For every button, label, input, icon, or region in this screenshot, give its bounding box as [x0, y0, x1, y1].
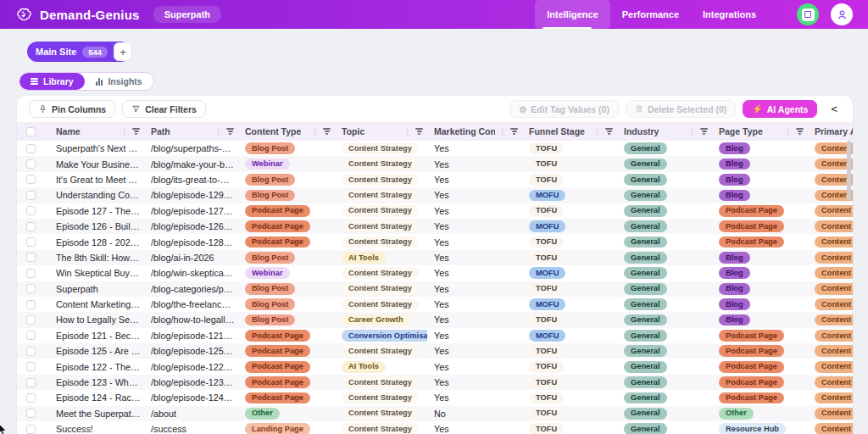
column-header-name[interactable]: Name⋮ — [49, 122, 144, 141]
column-filter-icon[interactable] — [132, 128, 140, 134]
tag-pill[interactable]: Content Strategy — [342, 159, 419, 170]
tag-pill[interactable]: Content Marketer — [815, 361, 853, 373]
tag-pill[interactable]: TOFU — [529, 376, 564, 388]
row-checkbox[interactable] — [26, 144, 36, 153]
tag-pill[interactable]: Content Strategy — [342, 376, 419, 388]
table-row[interactable]: Episode 128 - 2026 Cont.../blog/episode-… — [17, 234, 853, 249]
tag-pill[interactable]: Blog — [719, 298, 750, 310]
tag-pill[interactable]: General — [624, 423, 667, 434]
table-row[interactable]: The 8th Skill: How Conte.../blog/ai-in-2… — [17, 250, 853, 265]
tag-pill[interactable]: General — [624, 252, 667, 264]
row-checkbox[interactable] — [26, 175, 36, 184]
tag-pill[interactable]: Content Strategy — [342, 205, 419, 217]
tag-pill[interactable]: Podcast Page — [245, 345, 310, 357]
tag-pill[interactable]: Content Marketer — [815, 236, 853, 248]
tag-pill[interactable]: Blog Post — [245, 283, 295, 295]
row-checkbox[interactable] — [26, 191, 36, 200]
tag-pill[interactable]: Content Marketer — [815, 314, 853, 326]
tag-pill[interactable]: Content Strategy — [342, 190, 419, 202]
pin-columns-button[interactable]: Pin Columns — [29, 100, 115, 118]
tag-pill[interactable]: Content Strategy — [342, 345, 419, 357]
tag-pill[interactable]: Content Strategy — [342, 142, 419, 154]
tag-pill[interactable]: TOFU — [529, 142, 564, 154]
tag-pill[interactable]: MOFU — [529, 330, 565, 342]
table-row[interactable]: It's Great to Meet You/blog/its-great-to… — [17, 172, 853, 187]
column-header-primary-audience[interactable]: Primary Audience⋮ — [808, 122, 853, 141]
tag-pill[interactable]: Content Marketer — [815, 392, 853, 404]
tag-pill[interactable]: Podcast Page — [245, 220, 310, 232]
tag-pill[interactable]: Blog Post — [245, 252, 295, 264]
tag-pill[interactable]: Podcast Page — [245, 330, 310, 342]
tag-pill[interactable]: Content Strategy — [342, 236, 419, 248]
tag-pill[interactable]: General — [624, 314, 667, 326]
row-checkbox[interactable] — [26, 206, 36, 215]
column-header-page-type[interactable]: Page Type⋮ — [712, 122, 808, 141]
tag-pill[interactable]: MOFU — [529, 190, 565, 202]
tag-pill[interactable]: TOFU — [529, 283, 564, 295]
tag-pill[interactable]: General — [624, 267, 667, 279]
tag-pill[interactable]: Podcast Page — [719, 361, 784, 373]
column-menu-kebab-icon[interactable]: ⋮ — [688, 127, 696, 136]
tag-pill[interactable]: General — [624, 236, 667, 248]
collapse-panel-button[interactable]: < — [824, 103, 841, 115]
tag-pill[interactable]: Podcast Page — [245, 236, 310, 248]
table-row[interactable]: Episode 126 - Building B.../blog/episode… — [17, 219, 853, 234]
row-checkbox[interactable] — [26, 127, 36, 136]
table-row[interactable]: Understanding Content .../blog/episode-1… — [17, 187, 853, 203]
toggle-insights[interactable]: Insights — [85, 73, 153, 90]
table-row[interactable]: Superpath's Next Chapter/blog/superpaths… — [17, 141, 853, 156]
tag-pill[interactable]: Podcast Page — [719, 392, 784, 404]
tag-pill[interactable]: Blog Post — [245, 142, 295, 154]
add-site-button[interactable]: + — [114, 42, 132, 61]
tag-pill[interactable]: Other — [719, 408, 754, 420]
column-menu-kebab-icon[interactable]: ⋮ — [214, 127, 222, 136]
tag-pill[interactable]: Content Strategy — [342, 283, 419, 295]
tag-pill[interactable]: Podcast Page — [245, 376, 310, 388]
table-row[interactable]: Content Marketing Strat.../blog/the-free… — [17, 297, 853, 312]
tag-pill[interactable]: Content Marketer — [815, 283, 853, 295]
column-header-path[interactable]: Path⋮ — [144, 122, 238, 141]
tag-pill[interactable]: MOFU — [529, 220, 565, 232]
column-menu-kebab-icon[interactable]: ⋮ — [593, 127, 601, 136]
column-filter-icon[interactable] — [415, 128, 423, 134]
tag-pill[interactable]: Resource Hub — [719, 423, 786, 434]
tag-pill[interactable]: Content Marketer — [815, 330, 853, 342]
tag-pill[interactable]: AI Tools — [342, 361, 386, 373]
tag-pill[interactable]: Podcast Page — [245, 361, 310, 373]
tag-pill[interactable]: Content Strategy — [342, 220, 419, 232]
column-header-industry[interactable]: Industry⋮ — [617, 122, 712, 141]
tag-pill[interactable]: Blog — [719, 314, 750, 326]
tag-pill[interactable]: General — [624, 330, 667, 342]
tag-pill[interactable]: TOFU — [529, 174, 564, 186]
tag-pill[interactable]: Podcast Page — [245, 205, 310, 217]
tag-pill[interactable]: MOFU — [529, 298, 565, 310]
tag-pill[interactable]: Content Marketer — [815, 345, 853, 357]
tag-pill[interactable]: Podcast Page — [719, 376, 784, 388]
toggle-library[interactable]: Library — [19, 73, 85, 90]
table-row[interactable]: Episode 121 - Becky Law.../blog/episode-… — [17, 328, 853, 343]
tag-pill[interactable]: Content Strategy — [342, 408, 419, 420]
tag-pill[interactable]: AI Tools — [342, 252, 386, 264]
tag-pill[interactable]: TOFU — [529, 159, 564, 170]
tag-pill[interactable]: General — [624, 376, 667, 388]
row-checkbox[interactable] — [26, 222, 36, 231]
column-menu-kebab-icon[interactable]: ⋮ — [403, 127, 411, 136]
tag-pill[interactable]: Content Marketer — [815, 220, 853, 232]
row-checkbox[interactable] — [26, 347, 36, 356]
tag-pill[interactable]: General — [624, 220, 667, 232]
row-checkbox[interactable] — [26, 237, 36, 247]
table-row[interactable]: Success!/successLanding PageContent Stra… — [17, 421, 853, 434]
tag-pill[interactable]: Podcast Page — [719, 330, 784, 342]
tag-pill[interactable]: Blog Post — [245, 314, 295, 326]
tag-pill[interactable]: Blog — [719, 267, 750, 279]
tag-pill[interactable]: Blog — [719, 174, 750, 186]
tag-pill[interactable]: Content Marketer — [815, 252, 853, 264]
vertical-scrollbar[interactable] — [847, 141, 851, 200]
tag-pill[interactable]: Content Marketer — [815, 267, 853, 279]
tag-pill[interactable]: General — [624, 190, 667, 202]
tag-pill[interactable]: Blog — [719, 159, 750, 170]
tag-pill[interactable]: Blog Post — [245, 298, 295, 310]
tag-pill[interactable]: Content Strategy — [342, 267, 419, 279]
row-checkbox[interactable] — [26, 378, 36, 387]
tag-pill[interactable]: Content Marketer — [815, 205, 853, 217]
